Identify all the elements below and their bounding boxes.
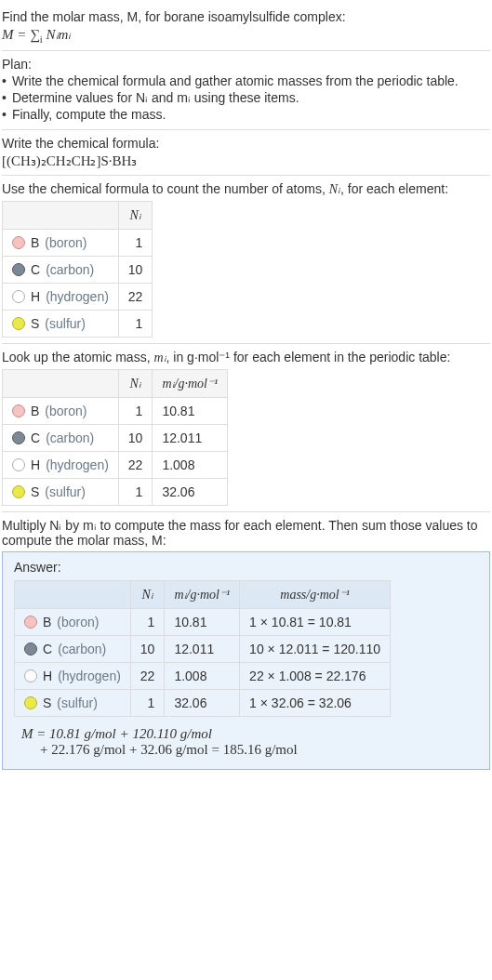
multiply-heading: Multiply Nᵢ by mᵢ to compute the mass fo… [2,518,490,548]
mass-value: 10 × 12.011 = 120.110 [240,636,391,663]
m-value: 1.008 [165,663,240,690]
plan-text: Finally, compute the mass. [12,107,166,122]
col-m: mᵢ/g·mol⁻¹ [165,581,240,609]
name: (carbon) [46,262,94,277]
mass-value: 1 × 32.06 = 32.06 [240,690,391,717]
col-element [15,581,131,609]
n-value: 1 [118,479,153,506]
n-value: 22 [118,284,153,311]
plan-text: Determine values for Nᵢ and mᵢ using the… [12,90,299,105]
swatch-icon [12,431,25,444]
answer-table: Nᵢ mᵢ/g·mol⁻¹ mass/g·mol⁻¹ B(boron) 1 10… [14,580,391,717]
name: (carbon) [46,430,94,445]
element-boron: B(boron) [12,404,109,418]
text: Look up the atomic mass, [2,350,153,364]
name: (hydrogen) [46,457,109,472]
chem-section: Write the chemical formula: [(CH₃)₂CH₂CH… [2,130,490,176]
plan-section: Plan: •Write the chemical formula and ga… [2,51,490,130]
sym: C [31,430,40,445]
table-header: Nᵢ mᵢ/g·mol⁻¹ mass/g·mol⁻¹ [15,581,391,609]
n-value: 10 [130,636,165,663]
text: Use the chemical formula to count the nu… [2,181,329,196]
bullet-icon: • [2,107,7,122]
m-value: 32.06 [165,690,240,717]
table-row: B(boron) 1 10.81 [3,398,228,425]
swatch-icon [12,317,25,330]
plan-text: Write the chemical formula and gather at… [12,73,459,88]
plan-bullet: •Determine values for Nᵢ and mᵢ using th… [2,90,490,105]
sym: C [31,262,40,277]
molar-line1: M = 10.81 g/mol + 120.110 g/mol [21,726,212,741]
sym: H [43,669,52,683]
table-row: H(hydrogen) 22 [3,284,153,311]
element-carbon: C(carbon) [12,262,109,277]
table-row: H(hydrogen) 22 1.008 [3,452,228,479]
text: mᵢ [153,351,166,364]
swatch-icon [24,669,37,682]
element-boron: B(boron) [12,235,109,250]
swatch-icon [12,404,25,417]
molar-line2: + 22.176 g/mol + 32.06 g/mol = 185.16 g/… [40,742,298,757]
n-value: 22 [118,452,153,479]
table-row: S(sulfur) 1 32.06 1 × 32.06 = 32.06 [15,690,391,717]
mass-value: 1 × 10.81 = 10.81 [240,609,391,636]
sym: S [43,695,51,710]
col-mass: mass/g·mol⁻¹ [240,581,391,609]
n-value: 1 [130,609,165,636]
table-row: C(carbon) 10 12.011 10 × 12.011 = 120.11… [15,636,391,663]
swatch-icon [12,485,25,498]
table-row: B(boron) 1 [3,230,153,257]
chem-formula: [(CH₃)₂CH₂CH₂]S·BH₃ [2,152,490,169]
sym: C [43,642,52,656]
element-sulfur: S(sulfur) [12,484,109,499]
table-row: S(sulfur) 1 32.06 [3,479,228,506]
text: , for each element: [340,181,448,196]
swatch-icon [24,696,37,709]
m-value: 1.008 [153,452,228,479]
text: Nᵢ [329,182,340,196]
swatch-icon [12,263,25,276]
plan-bullet: •Write the chemical formula and gather a… [2,73,490,88]
m-value: 12.011 [165,636,240,663]
swatch-icon [12,290,25,303]
name: (carbon) [58,642,106,656]
col-element [3,370,119,398]
swatch-icon [24,616,37,629]
answer-section: Multiply Nᵢ by mᵢ to compute the mass fo… [2,512,490,775]
element-carbon: C(carbon) [24,642,121,656]
element-hydrogen: H(hydrogen) [24,669,121,683]
sym: B [31,404,39,418]
lookup-section: Look up the atomic mass, mᵢ, in g·mol⁻¹ … [2,344,490,512]
count-heading: Use the chemical formula to count the nu… [2,181,490,197]
n-value: 10 [118,425,153,452]
n-value: 1 [118,398,153,425]
molar-mass-sum: M = 10.81 g/mol + 120.110 g/mol + 22.176… [14,726,478,758]
table-row: H(hydrogen) 22 1.008 22 × 1.008 = 22.176 [15,663,391,690]
sym: B [43,615,51,629]
element-hydrogen: H(hydrogen) [12,289,109,304]
name: (hydrogen) [58,669,121,683]
name: (boron) [57,615,99,629]
m-value: 32.06 [153,479,228,506]
element-sulfur: S(sulfur) [24,695,121,710]
plan-heading: Plan: [2,57,490,72]
col-m: mᵢ/g·mol⁻¹ [153,370,228,398]
n-value: 10 [118,257,153,284]
answer-box: Answer: Nᵢ mᵢ/g·mol⁻¹ mass/g·mol⁻¹ B(bor… [2,551,490,770]
sum-icon: ∑ [30,27,40,42]
col-n: Nᵢ [118,202,153,230]
table-header: Nᵢ [3,202,153,230]
sym: H [31,457,40,472]
col-element [3,202,119,230]
sym: S [31,484,39,499]
table-row: B(boron) 1 10.81 1 × 10.81 = 10.81 [15,609,391,636]
intro-equation: M = ∑i Nᵢmᵢ [2,26,490,45]
text: , in g·mol⁻¹ for each element in the per… [166,350,451,364]
n-value: 1 [130,690,165,717]
table-row: C(carbon) 10 [3,257,153,284]
col-n: Nᵢ [130,581,165,609]
mass-value: 22 × 1.008 = 22.176 [240,663,391,690]
sym: H [31,289,40,304]
table-row: S(sulfur) 1 [3,311,153,338]
name: (hydrogen) [46,289,109,304]
